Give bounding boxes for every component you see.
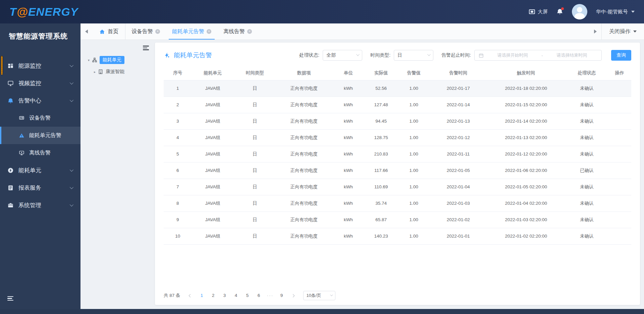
table-cell: 1.00	[397, 113, 430, 129]
table-cell: JAVA组	[192, 228, 234, 244]
time-type-select[interactable]: 日	[394, 50, 433, 61]
table-row[interactable]: 6JAVA组日正向有功电度kWh117.661.002022-01-052022…	[164, 162, 631, 179]
end-date-placeholder[interactable]: 请选择结束时间	[546, 52, 597, 58]
tabs-scroll-right-button[interactable]	[589, 29, 601, 34]
sidebar-item-device-alarm[interactable]: 设备告警	[0, 109, 80, 127]
search-button[interactable]: 查询	[611, 50, 631, 61]
content-area: ▾ 能耗单元 ▸ 康派智能 能耗单元告警 处理状态: 全部 时间类型:	[80, 40, 644, 309]
footer-strip	[0, 309, 644, 314]
prev-page-button[interactable]	[186, 291, 195, 300]
next-page-button[interactable]	[288, 291, 298, 300]
sidebar-item-report-service[interactable]: 报表服务	[0, 179, 80, 196]
table-cell: 日	[234, 129, 276, 146]
table-cell: 1.00	[397, 228, 430, 244]
sidebar-item-energy-unit[interactable]: 能耗单元	[0, 162, 80, 179]
table-row[interactable]: 5JAVA组日正向有功电度kWh210.831.002022-01-112022…	[164, 146, 631, 162]
table-cell: kWh	[332, 162, 365, 179]
table-row[interactable]: 1JAVA组日正向有功电度kWh52.561.002022-01-172022-…	[164, 80, 631, 97]
tab-home[interactable]: 首页	[93, 23, 125, 40]
table-cell: 未确认	[566, 146, 608, 162]
tree-node-label-selected[interactable]: 能耗单元	[100, 56, 124, 64]
table-cell: kWh	[332, 113, 365, 129]
table-cell: 已确认	[566, 162, 608, 179]
home-icon	[99, 29, 105, 35]
sidebar-item-energy-monitor[interactable]: 能源监控	[0, 57, 80, 74]
table-cell: 日	[234, 162, 276, 179]
column-header: 数据项	[276, 66, 332, 80]
page-button[interactable]: 1	[197, 291, 207, 300]
start-date-placeholder[interactable]: 请选择开始时间	[487, 52, 538, 58]
table-cell: 2022-01-13	[430, 113, 486, 129]
table-row[interactable]: 2JAVA组日正向有功电度kWh127.481.002022-01-142022…	[164, 97, 631, 113]
chevron-down-icon	[330, 293, 333, 296]
device-icon	[19, 115, 24, 121]
chevron-left-icon	[189, 294, 192, 297]
page-button[interactable]: 5	[243, 291, 252, 300]
page-button[interactable]: 4	[231, 291, 241, 300]
org-tree-icon	[92, 57, 97, 63]
close-icon[interactable]	[155, 29, 160, 34]
table-row[interactable]: 8JAVA组日正向有功电度kWh35.741.002022-01-032022-…	[164, 195, 631, 211]
page-button[interactable]: 2	[209, 291, 218, 300]
table-cell: 2022-01-13 02:20:00	[486, 129, 566, 146]
notification-button[interactable]	[556, 8, 563, 15]
table-cell: 2022-01-17	[430, 80, 486, 97]
chevron-down-icon	[70, 203, 73, 206]
tabs-scroll-left-button[interactable]	[80, 29, 93, 34]
sidebar-item-offline-alarm[interactable]: 离线告警	[0, 144, 80, 162]
caret-down-icon[interactable]: ▾	[88, 58, 90, 62]
avatar[interactable]	[572, 4, 587, 19]
table-cell: 1.00	[397, 195, 430, 211]
table-cell	[608, 129, 631, 146]
table-cell: kWh	[332, 97, 365, 113]
chevron-down-icon	[70, 81, 73, 84]
table-row[interactable]: 3JAVA组日正向有功电度kWh94.451.002022-01-132022-…	[164, 113, 631, 129]
page-ellipsis[interactable]: ···	[266, 291, 275, 300]
table-cell: 2022-01-04	[430, 179, 486, 195]
energy-unit-icon	[7, 167, 14, 174]
dashboard-icon	[7, 63, 14, 69]
table-row[interactable]: 9JAVA组日正向有功电度kWh65.871.002022-01-022022-…	[164, 211, 631, 228]
sidebar-item-alarm-center[interactable]: 告警中心	[0, 92, 80, 109]
caret-right-icon[interactable]: ▸	[94, 70, 96, 74]
page-size-select[interactable]: 10条/页	[303, 291, 335, 300]
table-cell	[608, 97, 631, 113]
status-select[interactable]: 全部	[323, 50, 362, 61]
table-cell	[608, 211, 631, 228]
tree-node-child[interactable]: ▸ 康派智能	[94, 69, 155, 75]
close-icon[interactable]	[207, 29, 211, 34]
table-row[interactable]: 4JAVA组日正向有功电度kWh128.751.002022-01-122022…	[164, 129, 631, 146]
close-operations-dropdown[interactable]: 关闭操作	[602, 28, 644, 35]
sidebar-item-label: 告警中心	[18, 97, 70, 105]
table-cell: 1.00	[397, 129, 430, 146]
sidebar-collapse-button[interactable]	[7, 295, 13, 302]
account-menu[interactable]: 华中-能管账号	[596, 9, 635, 15]
page-button[interactable]: 6	[254, 291, 264, 300]
table-cell: 2022-01-11	[430, 146, 486, 162]
page-button[interactable]: 9	[277, 291, 286, 300]
table-cell: 1.00	[397, 211, 430, 228]
date-range-picker[interactable]: 请选择开始时间 - 请选择结束时间	[474, 50, 602, 61]
table-cell: kWh	[332, 129, 365, 146]
table-row[interactable]: 7JAVA组日正向有功电度kWh110.691.002022-01-042022…	[164, 179, 631, 195]
big-screen-button[interactable]: 大屏	[529, 9, 548, 15]
table-cell: 1	[164, 80, 192, 97]
page-button[interactable]: 3	[220, 291, 229, 300]
status-select-value: 全部	[326, 52, 356, 58]
table-cell: JAVA组	[192, 211, 234, 228]
table-row[interactable]: 10JAVA组日正向有功电度kWh140.231.002022-01-01202…	[164, 228, 631, 244]
tab-label: 设备告警	[131, 28, 153, 35]
table-cell: kWh	[332, 146, 365, 162]
close-operations-label: 关闭操作	[609, 28, 631, 35]
close-icon[interactable]	[247, 29, 252, 34]
tree-collapse-button[interactable]	[143, 45, 149, 51]
tab-device-alarm[interactable]: 设备告警	[125, 23, 166, 40]
sidebar-item-energy-unit-alarm[interactable]: 能耗单元告警	[0, 127, 80, 144]
sidebar-item-video-monitor[interactable]: 视频监控	[0, 74, 80, 92]
tab-offline-alarm[interactable]: 离线告警	[217, 23, 258, 40]
chevron-down-icon	[70, 98, 73, 102]
tree-node-root[interactable]: ▾ 能耗单元	[88, 56, 155, 64]
sidebar-item-system-manage[interactable]: 系统管理	[0, 196, 80, 214]
page-title: 能耗单元告警	[164, 51, 212, 60]
tab-energy-unit-alarm[interactable]: 能耗单元告警	[166, 23, 217, 40]
